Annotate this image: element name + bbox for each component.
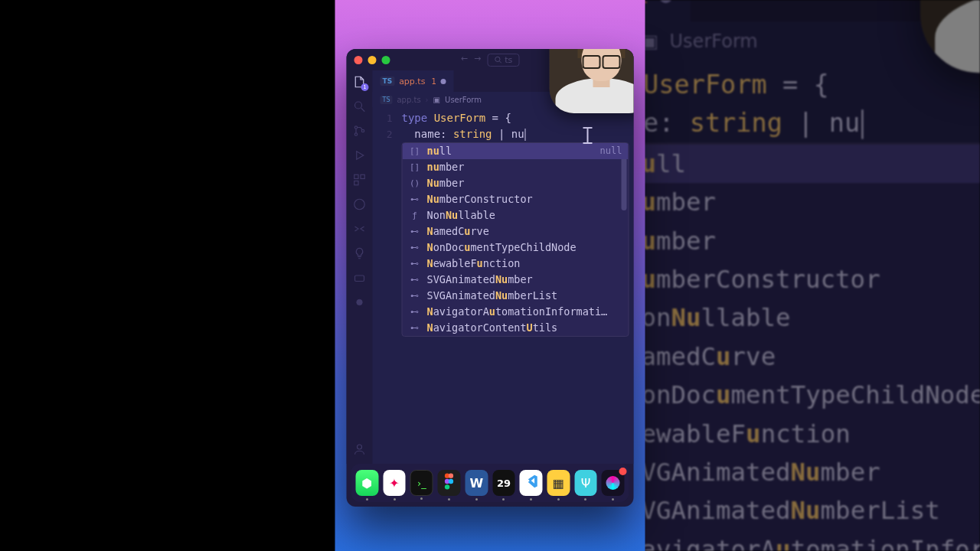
crumb-file: app.ts xyxy=(397,96,420,104)
svg-point-21 xyxy=(355,102,362,109)
suggest-item[interactable]: 4[]number xyxy=(403,159,629,175)
svg-rect-30 xyxy=(355,276,364,282)
svg-point-34 xyxy=(449,473,453,478)
symbol-kind-icon: ⊷ xyxy=(409,304,421,320)
unsaved-dot-icon xyxy=(441,79,446,84)
typescript-file-icon: TS xyxy=(381,77,395,86)
symbol-kind-icon: ⊷ xyxy=(409,240,421,256)
svg-point-37 xyxy=(445,484,449,489)
suggest-detail: null xyxy=(600,143,622,159)
terminal-icon: ›_ xyxy=(417,478,426,489)
command-center-search[interactable]: ts xyxy=(487,54,519,67)
vscode-window: ← → ts 1 xyxy=(347,49,634,507)
activity-extra-icon[interactable] xyxy=(353,271,367,285)
fork-icon: Ψ xyxy=(581,476,591,491)
suggest-item[interactable]: 11⊷SVGAnimatedNumber xyxy=(403,272,629,288)
svg-line-20 xyxy=(499,61,501,64)
svg-point-32 xyxy=(358,445,362,449)
symbol-kind-icon: [] xyxy=(409,159,421,175)
line-number: 3 xyxy=(402,143,409,159)
zoom-window-button[interactable] xyxy=(382,56,390,64)
svg-point-24 xyxy=(354,133,357,135)
dock-app-vscode[interactable] xyxy=(520,470,543,496)
explorer-icon[interactable]: 1 xyxy=(353,75,367,89)
svg-rect-27 xyxy=(361,174,364,178)
extensions-icon[interactable] xyxy=(353,173,367,187)
suggest-item[interactable]: 7ƒNonNullable xyxy=(403,207,629,223)
symbol-kind-icon: ƒ xyxy=(409,207,421,223)
search-sidebar-icon[interactable] xyxy=(353,99,367,113)
notification-badge xyxy=(619,468,626,475)
search-icon xyxy=(494,56,501,64)
line-number: 9 xyxy=(402,240,409,256)
suggest-item[interactable]: 5()Number xyxy=(403,175,629,191)
suggest-item[interactable]: 8⊷NamedCurve xyxy=(403,223,629,240)
line-number: 2 xyxy=(373,126,402,142)
symbol-icon: ▣ xyxy=(433,96,440,104)
intellisense-popup: 3[]nullnull4[]number5()Number6⊷NumberCon… xyxy=(402,142,629,337)
minimize-window-button[interactable] xyxy=(368,56,377,64)
svg-point-19 xyxy=(495,57,499,61)
suggest-item[interactable]: 3[]nullnull xyxy=(403,143,629,159)
line-number: 7 xyxy=(402,207,409,223)
svg-point-25 xyxy=(361,129,364,132)
code-editor[interactable]: 1 type UserForm = { 2 name: string | nu … xyxy=(373,107,634,464)
crumb-symbol: UserForm xyxy=(670,30,758,50)
shield-icon: ⬢ xyxy=(361,476,372,491)
dock-app-10[interactable] xyxy=(602,470,625,496)
dock-app-fork[interactable]: Ψ xyxy=(574,470,597,496)
symbol-kind-icon: [] xyxy=(409,143,421,159)
nav-back-button[interactable]: ← xyxy=(461,54,468,67)
dock-app-figma[interactable] xyxy=(438,470,461,496)
search-placeholder: ts xyxy=(505,55,512,65)
svg-line-22 xyxy=(361,108,365,112)
activity-dot-icon[interactable] xyxy=(353,295,367,309)
svg-point-31 xyxy=(357,299,363,305)
suggest-item[interactable]: 9⊷NonDocumentTypeChildNode xyxy=(403,240,629,256)
arc-icon: ✦ xyxy=(389,476,399,491)
line-number: 10 xyxy=(402,256,409,272)
dock-app-arc[interactable]: ✦ xyxy=(383,470,406,496)
traffic-lights xyxy=(354,56,390,64)
nav-forward-button[interactable]: → xyxy=(474,54,481,67)
chevron-right-icon: › xyxy=(426,96,429,104)
dock-app-1[interactable]: ⬢ xyxy=(356,470,379,496)
dock-app-word[interactable]: W xyxy=(465,470,488,496)
suggest-item[interactable]: 6⊷NumberConstructor xyxy=(403,191,629,207)
run-debug-icon[interactable] xyxy=(353,148,367,162)
explorer-badge: 1 xyxy=(361,83,369,91)
line-number: 8 xyxy=(402,223,409,240)
suggest-item[interactable]: 10⊷NewableFunction xyxy=(403,256,629,272)
line-number: 1 xyxy=(373,110,402,126)
dock-app-terminal[interactable]: ›_ xyxy=(410,470,433,496)
tab-app-ts[interactable]: TS app.ts 1 xyxy=(373,70,454,92)
account-icon[interactable] xyxy=(353,442,367,456)
vscode-icon xyxy=(523,473,540,493)
unsaved-dot-icon xyxy=(660,0,673,2)
app-icon: ▦ xyxy=(553,476,564,491)
tab-problem-count: 1 xyxy=(431,77,436,86)
lightbulb-icon[interactable] xyxy=(353,246,367,260)
suggest-item[interactable]: ⊷SVGAnimatedNumberList xyxy=(403,288,629,304)
symbol-kind-icon: ⊷ xyxy=(409,272,421,288)
symbol-kind-icon: ⊷ xyxy=(409,191,421,207)
figma-icon xyxy=(443,473,456,493)
remote-icon[interactable] xyxy=(353,222,367,236)
close-window-button[interactable] xyxy=(354,56,363,64)
text-cursor xyxy=(862,109,864,139)
svg-rect-26 xyxy=(354,174,358,178)
github-icon[interactable] xyxy=(353,197,367,211)
line-number: 5 xyxy=(402,175,409,191)
suggest-item[interactable]: ⊷NavigatorAutomationInformati… xyxy=(403,304,629,320)
source-control-icon[interactable] xyxy=(353,124,367,138)
ring-icon xyxy=(606,476,620,490)
suggest-item[interactable]: ⊷NavigatorContentUtils xyxy=(403,320,629,336)
line-number: 6 xyxy=(402,191,409,207)
macos-dock: ⬢ ✦ ›_ W 29 ▦ Ψ xyxy=(351,464,629,502)
symbol-kind-icon: () xyxy=(409,175,421,191)
dock-app-8[interactable]: ▦ xyxy=(547,470,570,496)
editor-group: TS app.ts 1 TS app.ts › ▣ UserForm 1 typ… xyxy=(373,70,634,464)
svg-point-36 xyxy=(449,479,453,484)
dock-app-calendar[interactable]: 29 xyxy=(492,470,515,496)
activity-bar: 1 xyxy=(347,70,373,464)
